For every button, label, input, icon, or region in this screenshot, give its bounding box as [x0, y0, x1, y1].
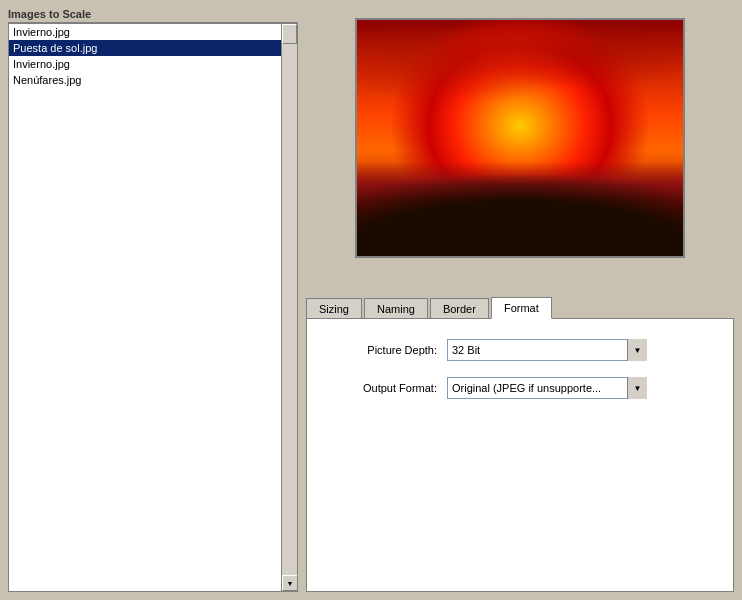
output-format-row: Output Format: Original (JPEG if unsuppo… — [327, 377, 713, 399]
file-item[interactable]: Nenúfares.jpg — [9, 72, 281, 88]
tab-sizing[interactable]: Sizing — [306, 298, 362, 319]
picture-depth-label: Picture Depth: — [327, 344, 447, 356]
tab-naming[interactable]: Naming — [364, 298, 428, 319]
output-format-select[interactable]: Original (JPEG if unsupporte... JPEG PNG… — [447, 377, 647, 399]
tab-format[interactable]: Format — [491, 297, 552, 319]
file-item[interactable]: Puesta de sol.jpg — [9, 40, 281, 56]
tabs-header: Sizing Naming Border Format — [306, 296, 734, 318]
sunset-image — [357, 20, 683, 256]
picture-depth-select-wrapper: 32 Bit 24 Bit 16 Bit 8 Bit ▼ — [447, 339, 647, 361]
right-panel: Sizing Naming Border Format Picture Dept… — [306, 8, 734, 592]
scrollbar-thumb[interactable] — [282, 24, 297, 44]
scrollbar-down-arrow[interactable]: ▼ — [282, 575, 298, 591]
output-format-label: Output Format: — [327, 382, 447, 394]
tab-content-format: Picture Depth: 32 Bit 24 Bit 16 Bit 8 Bi… — [306, 318, 734, 592]
tab-border[interactable]: Border — [430, 298, 489, 319]
main-container: Images to Scale Invierno.jpgPuesta de so… — [0, 0, 742, 600]
file-item[interactable]: Invierno.jpg — [9, 56, 281, 72]
file-list: Invierno.jpgPuesta de sol.jpgInvierno.jp… — [9, 24, 281, 88]
output-format-select-wrapper: Original (JPEG if unsupporte... JPEG PNG… — [447, 377, 647, 399]
file-item[interactable]: Invierno.jpg — [9, 24, 281, 40]
tabs-panel: Sizing Naming Border Format Picture Dept… — [306, 296, 734, 592]
left-panel-title: Images to Scale — [8, 8, 298, 20]
preview-area — [306, 8, 734, 288]
scrollbar-track[interactable]: ▲ ▼ — [281, 24, 297, 591]
file-list-container: Invierno.jpgPuesta de sol.jpgInvierno.jp… — [8, 22, 298, 592]
left-panel: Images to Scale Invierno.jpgPuesta de so… — [8, 8, 298, 592]
picture-depth-row: Picture Depth: 32 Bit 24 Bit 16 Bit 8 Bi… — [327, 339, 713, 361]
picture-depth-select[interactable]: 32 Bit 24 Bit 16 Bit 8 Bit — [447, 339, 647, 361]
image-preview — [355, 18, 685, 258]
